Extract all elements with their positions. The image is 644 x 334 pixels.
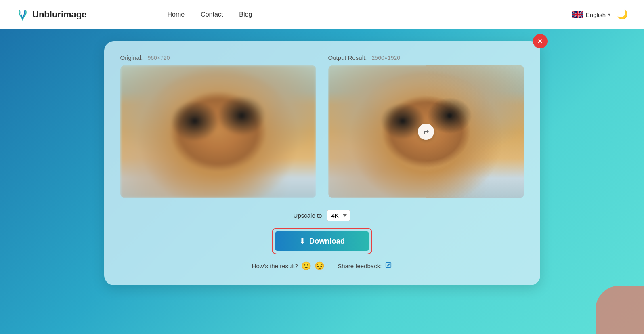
split-handle[interactable]: ⇄ <box>418 124 434 140</box>
main-nav: Home Contact Blog <box>167 11 252 18</box>
moon-icon: 🌙 <box>617 9 628 20</box>
language-label: English <box>586 11 606 18</box>
download-button-wrapper: ⬇ Download <box>272 228 373 254</box>
share-feedback-icon[interactable] <box>385 261 392 271</box>
output-label-text: Output Result: <box>328 54 367 61</box>
blurry-cat-image <box>120 65 316 198</box>
original-label: Original: 960×720 <box>120 54 316 61</box>
feedback-sad-emoji[interactable]: 😔 <box>315 261 325 271</box>
language-selector[interactable]: English ▾ <box>572 11 610 18</box>
nav-home[interactable]: Home <box>167 11 185 18</box>
sharp-cat-left <box>328 65 426 198</box>
swap-icon: ⇄ <box>424 128 429 136</box>
feedback-divider: | <box>330 263 332 269</box>
nav-blog[interactable]: Blog <box>239 11 252 18</box>
upscale-label: Upscale to <box>294 212 322 219</box>
output-panel: Output Result: 2560×1920 ⇄ <box>328 54 524 198</box>
split-left-half <box>328 65 426 198</box>
svg-rect-1 <box>386 262 391 267</box>
controls: Upscale to 1K 2K 4K 8K ⬇ Download How's … <box>120 210 524 271</box>
dark-mode-toggle[interactable]: 🌙 <box>617 9 628 20</box>
output-label: Output Result: 2560×1920 <box>328 54 524 61</box>
original-panel: Original: 960×720 <box>120 54 316 198</box>
nav-contact[interactable]: Contact <box>201 11 223 18</box>
original-image <box>120 65 316 198</box>
output-image: ⇄ <box>328 65 524 198</box>
split-view[interactable]: ⇄ <box>328 65 524 198</box>
image-section: Original: 960×720 Output Result: 2560×19… <box>120 54 524 198</box>
feedback-question: How's the result? <box>252 263 298 269</box>
close-icon: × <box>538 37 543 45</box>
original-label-text: Original: <box>120 54 143 61</box>
header: Unblurimage Home Contact Blog English ▾ … <box>0 0 644 29</box>
flag-icon <box>572 11 583 18</box>
download-icon: ⬇ <box>299 237 305 246</box>
logo-text: Unblurimage <box>32 9 86 20</box>
split-right-half <box>426 65 524 198</box>
logo[interactable]: Unblurimage <box>16 8 86 21</box>
original-size: 960×720 <box>148 55 170 61</box>
close-button[interactable]: × <box>533 34 548 48</box>
share-label: Share feedback: <box>338 263 382 269</box>
logo-icon <box>16 8 29 21</box>
output-size: 2560×1920 <box>372 55 400 61</box>
download-label: Download <box>309 237 345 246</box>
main-content: × Original: 960×720 Output Result: 2560×… <box>0 29 644 297</box>
feedback-row: How's the result? 🙂 😔 | Share feedback: <box>252 261 392 271</box>
modal-card: × Original: 960×720 Output Result: 2560×… <box>104 41 540 285</box>
feedback-neutral-emoji[interactable]: 🙂 <box>301 261 311 271</box>
upscale-row: Upscale to 1K 2K 4K 8K <box>294 210 351 221</box>
chevron-down-icon: ▾ <box>608 12 610 17</box>
sharp-cat-right <box>426 65 524 198</box>
header-right: English ▾ 🌙 <box>572 9 628 20</box>
upscale-select[interactable]: 1K 2K 4K 8K <box>327 210 350 221</box>
edit-icon <box>385 261 392 269</box>
download-button[interactable]: ⬇ Download <box>275 231 369 251</box>
